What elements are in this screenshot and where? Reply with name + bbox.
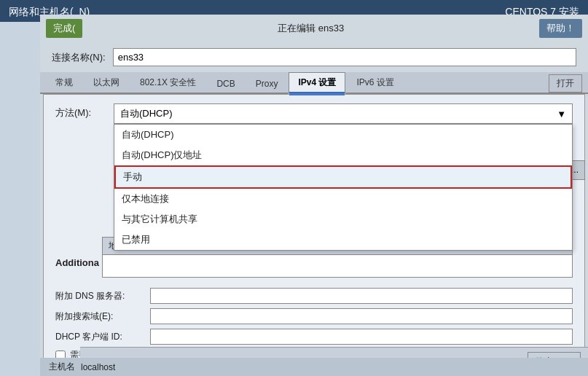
tab-ipv4[interactable]: IPv4 设置 [289, 72, 345, 94]
method-label: 方法(M): [55, 103, 114, 120]
dropdown-item-dhcp[interactable]: 自动(DHCP) [114, 125, 572, 145]
dropdown-arrow-icon: ▼ [557, 109, 566, 120]
search-domain-label: 附加搜索域(E): [55, 310, 150, 323]
dhcp-client-label: DHCP 客户端 ID: [55, 331, 150, 343]
method-dropdown-container: 自动(DHCP) ▼ 自动(DHCP) 自动(DHCP)仅地址 手动 仅本地连接… [114, 103, 573, 124]
conn-name-input[interactable] [113, 48, 576, 66]
dns-input[interactable] [150, 288, 573, 304]
method-row: 方法(M): 自动(DHCP) ▼ 自动(DHCP) 自动(DHCP)仅地址 手… [55, 103, 573, 124]
tab-dcb[interactable]: DCB [207, 74, 244, 93]
search-domain-input[interactable] [150, 308, 573, 324]
connection-name-row: 连接名称(N): [40, 42, 588, 72]
dropdown-item-link-local[interactable]: 仅本地连接 [114, 189, 572, 209]
method-dropdown-menu: 自动(DHCP) 自动(DHCP)仅地址 手动 仅本地连接 与其它计算机共享 已… [114, 124, 573, 251]
address-table-body [103, 255, 572, 277]
dropdown-item-manual[interactable]: 手动 [114, 165, 572, 189]
search-domain-row: 附加搜索域(E): [55, 308, 573, 324]
dialog-title: 正在编辑 ens33 [88, 22, 533, 35]
help-button[interactable]: 帮助！ [539, 19, 582, 38]
dns-label: 附加 DNS 服务器: [55, 290, 150, 302]
dhcp-client-row: DHCP 客户端 ID: [55, 329, 573, 345]
dialog-top-bar: 完成( 正在编辑 ens33 帮助！ [40, 15, 588, 42]
dropdown-item-disabled[interactable]: 已禁用 [114, 230, 572, 250]
hostname-label: 主机名 [49, 361, 75, 373]
tab-proxy[interactable]: Proxy [246, 74, 288, 93]
complete-button[interactable]: 完成( [46, 19, 82, 38]
open-button[interactable]: 打开 [549, 74, 582, 93]
tab-content: 方法(M): 自动(DHCP) ▼ 自动(DHCP) 自动(DHCP)仅地址 手… [43, 94, 585, 371]
dropdown-item-shared[interactable]: 与其它计算机共享 [114, 209, 572, 230]
tabs-bar: 常规 以太网 802.1X 安全性 DCB Proxy IPv4 设置 IPv6… [40, 72, 588, 94]
tab-active-underline [289, 92, 345, 94]
additional-section: Additiona 地址 附加 DNS 服务器: 附加搜索域(E): [55, 237, 573, 361]
edit-dialog: 完成( 正在编辑 ens33 帮助！ 连接名称(N): 常规 以太网 802.1… [40, 15, 588, 376]
method-selected-text: 自动(DHCP) [120, 107, 173, 120]
hostname-value: localhost [81, 362, 115, 372]
dropdown-item-dhcp-addr[interactable]: 自动(DHCP)仅地址 [114, 145, 572, 165]
tab-ethernet[interactable]: 以太网 [84, 72, 129, 93]
tab-8021x[interactable]: 802.1X 安全性 [130, 72, 205, 93]
hostname-area: 主机名 localhost [40, 358, 588, 376]
method-dropdown-selected[interactable]: 自动(DHCP) ▼ [114, 103, 573, 124]
conn-name-label: 连接名称(N): [52, 51, 106, 64]
tab-ipv6[interactable]: IPv6 设置 [347, 72, 403, 93]
dns-field-row: 附加 DNS 服务器: [55, 288, 573, 304]
additional-label: Additiona [55, 257, 99, 268]
dhcp-client-input[interactable] [150, 329, 573, 345]
tab-general[interactable]: 常规 [46, 72, 82, 93]
